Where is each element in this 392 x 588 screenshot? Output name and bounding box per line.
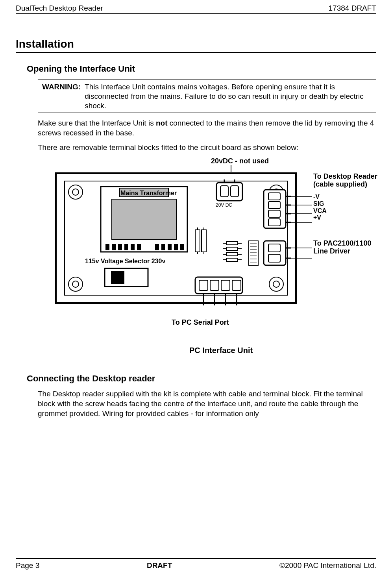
svg-rect-72 — [232, 280, 241, 290]
board-svg — [54, 171, 305, 320]
svg-rect-59 — [227, 258, 238, 261]
svg-rect-16 — [118, 244, 122, 250]
footer-center: DRAFT — [147, 561, 172, 570]
svg-rect-40 — [268, 202, 280, 209]
leader-lines-right — [290, 171, 313, 289]
svg-rect-24 — [180, 244, 184, 250]
svg-rect-12 — [112, 199, 176, 239]
header-left: DualTech Desktop Reader — [16, 4, 103, 13]
fig-caption: PC Interface Unit — [189, 346, 253, 355]
svg-rect-34 — [220, 186, 228, 197]
svg-rect-53 — [227, 242, 238, 245]
svg-rect-20 — [155, 244, 159, 250]
svg-rect-21 — [161, 244, 165, 250]
fig-right2-a: To PAC2100/1100 — [313, 240, 371, 248]
warning-text: This Interface Unit contains mains volta… — [85, 82, 372, 110]
header-right: 17384 DRAFT — [329, 4, 376, 13]
svg-rect-70 — [210, 280, 219, 290]
subhead-opening: Opening the Interface Unit — [27, 64, 376, 74]
fig-label-transformer: Mains Transformer — [120, 190, 177, 197]
footer-left: Page 3 — [16, 561, 39, 570]
fig-label-pc-serial: To PC Serial Port — [172, 318, 229, 327]
svg-rect-26 — [111, 271, 124, 284]
para-opening-2: There are removable terminal blocks fitt… — [38, 143, 376, 153]
pin-pos-v: +V — [313, 214, 327, 221]
svg-rect-17 — [124, 244, 128, 250]
fig-right2-b: Line Driver — [313, 248, 371, 255]
page: DualTech Desktop Reader 17384 DRAFT Inst… — [0, 0, 392, 588]
fig-label-20vdc-small: 20V DC — [216, 202, 232, 208]
svg-rect-48 — [268, 244, 280, 252]
svg-rect-35 — [231, 186, 239, 197]
para1-bold: not — [156, 119, 168, 127]
fig-label-20vdc: 20vDC - not used — [211, 157, 269, 165]
svg-rect-28 — [202, 230, 206, 252]
svg-point-4 — [72, 189, 79, 195]
para1-a: Make sure that the Interface Unit is — [38, 119, 156, 127]
pin-sig: SIG — [313, 200, 327, 207]
para-connecting: The Desktop reader supplied with the kit… — [38, 389, 376, 418]
fig-right1-b: (cable supplied) — [313, 181, 377, 189]
svg-rect-41 — [268, 210, 280, 217]
fig-label-pac2100: To PAC2100/1100 Line Driver — [313, 240, 371, 255]
subhead-connecting: Connecting the Desktop reader — [27, 374, 376, 384]
svg-rect-23 — [174, 244, 178, 250]
pin-vca: VCA — [313, 207, 327, 214]
svg-point-10 — [273, 281, 279, 287]
svg-rect-49 — [268, 254, 280, 262]
svg-rect-57 — [227, 253, 238, 256]
svg-rect-71 — [221, 280, 230, 290]
vsel-230: 230v — [152, 258, 166, 264]
svg-rect-60 — [249, 241, 258, 265]
vsel-115: 115v — [85, 258, 99, 264]
figure-pc-interface: 20vDC - not used To Desktop Reader (cabl… — [54, 157, 392, 358]
vsel-mid: Voltage Selector — [101, 258, 150, 264]
fig-label-vsel: 115v Voltage Selector 230v — [85, 258, 165, 265]
para-opening-1: Make sure that the Interface Unit is not… — [38, 118, 376, 138]
section-title: Installation — [16, 38, 376, 53]
svg-rect-27 — [195, 230, 200, 252]
page-footer: Page 3 DRAFT ©2000 PAC International Ltd… — [16, 558, 376, 570]
svg-rect-55 — [227, 247, 238, 250]
warning-box: WARNING: This Interface Unit contains ma… — [38, 80, 376, 113]
svg-point-8 — [72, 281, 79, 287]
svg-rect-15 — [112, 244, 116, 250]
fig-pin-labels: -V SIG VCA +V — [313, 193, 327, 221]
svg-rect-14 — [105, 244, 109, 250]
footer-right: ©2000 PAC International Ltd. — [279, 561, 376, 570]
svg-rect-19 — [137, 244, 141, 250]
svg-rect-42 — [268, 219, 280, 226]
pin-neg-v: -V — [313, 193, 327, 200]
fig-right1-a: To Desktop Reader — [313, 173, 377, 181]
svg-rect-18 — [131, 244, 135, 250]
svg-rect-22 — [168, 244, 172, 250]
page-header: DualTech Desktop Reader 17384 DRAFT — [16, 4, 376, 14]
fig-label-desktop-reader: To Desktop Reader (cable supplied) — [313, 173, 377, 189]
svg-rect-69 — [199, 280, 208, 290]
svg-rect-39 — [268, 193, 280, 200]
warning-label: WARNING: — [42, 82, 81, 110]
